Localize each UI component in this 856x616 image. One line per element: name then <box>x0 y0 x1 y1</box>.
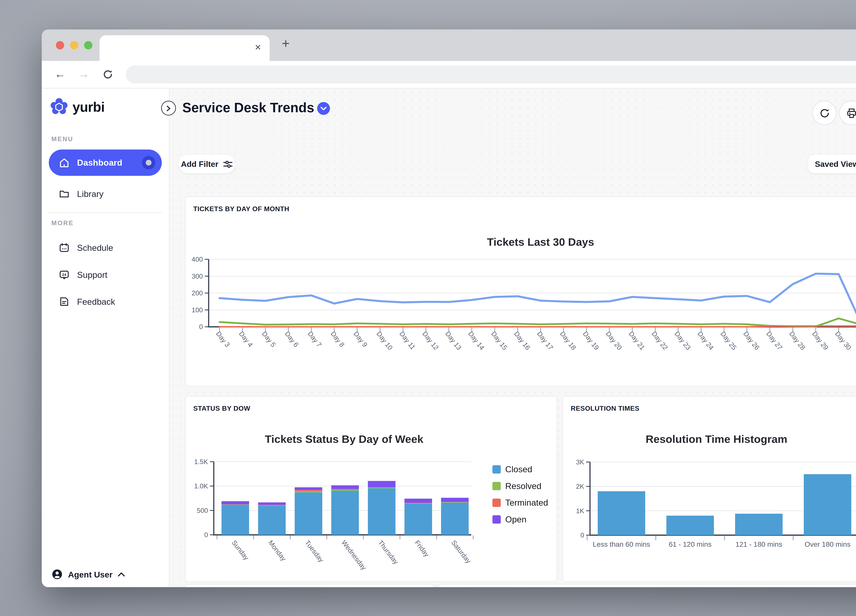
svg-text:Day 30: Day 30 <box>834 330 853 351</box>
svg-text:Day 28: Day 28 <box>788 330 807 351</box>
desktop-background: ✕ + ← → <box>0 0 856 616</box>
card-partial <box>438 584 856 587</box>
window-close-icon[interactable] <box>56 41 64 49</box>
svg-text:Day 14: Day 14 <box>467 330 486 351</box>
svg-text:Day 21: Day 21 <box>627 330 646 351</box>
legend-label: Terminated <box>505 498 548 507</box>
svg-text:0: 0 <box>204 531 208 539</box>
window-minimize-icon[interactable] <box>70 41 79 49</box>
svg-text:0: 0 <box>580 531 584 539</box>
main-content: Service Desk Trends <box>169 89 856 587</box>
legend-item: Terminated <box>493 498 548 507</box>
svg-text:Day 23: Day 23 <box>673 330 692 351</box>
sidebar-section-menu: MENU <box>51 135 73 142</box>
svg-text:Day 13: Day 13 <box>444 330 463 351</box>
svg-text:3K: 3K <box>576 458 584 466</box>
calendar-icon <box>59 242 70 253</box>
legend-swatch <box>493 515 501 524</box>
svg-text:Day 9: Day 9 <box>352 330 369 349</box>
chevron-up-icon <box>118 572 125 577</box>
refresh-icon <box>819 108 830 118</box>
svg-text:24: 24 <box>62 273 66 277</box>
sidebar-collapse-button[interactable] <box>161 101 176 115</box>
svg-text:Day 26: Day 26 <box>742 330 761 351</box>
browser-tab[interactable]: ✕ <box>100 35 269 61</box>
svg-text:Monday: Monday <box>267 539 288 562</box>
legend-item: Resolved <box>493 481 548 491</box>
reload-button[interactable] <box>102 69 114 83</box>
line-chart: 0100200300400Day 3Day 4Day 5Day 6Day 7Da… <box>186 197 856 386</box>
svg-text:Day 20: Day 20 <box>604 330 624 351</box>
saved-views-button[interactable]: Saved Views <box>808 155 856 174</box>
card-tickets-by-day: TICKETS BY DAY OF MONTH Tickets Last 30 … <box>185 197 856 386</box>
forward-button[interactable]: → <box>79 67 89 82</box>
svg-text:61 - 120 mins: 61 - 120 mins <box>669 541 711 548</box>
sidebar-item-label: Support <box>77 270 107 280</box>
brand-name: yurbi <box>72 100 105 115</box>
svg-text:100: 100 <box>192 306 203 313</box>
refresh-dashboard-button[interactable] <box>812 101 837 125</box>
url-input[interactable] <box>126 66 856 83</box>
svg-text:Day 12: Day 12 <box>421 330 440 351</box>
legend-swatch <box>493 482 501 490</box>
sidebar-item-schedule[interactable]: Schedule <box>49 235 162 261</box>
sidebar-item-support[interactable]: 24 Support <box>49 262 162 287</box>
card-partial <box>185 584 434 587</box>
browser-tab-strip: ✕ + <box>42 29 856 61</box>
svg-text:Day 29: Day 29 <box>811 330 830 351</box>
svg-text:Day 8: Day 8 <box>329 330 346 349</box>
support-24-icon: 24 <box>59 269 70 280</box>
svg-text:Day 25: Day 25 <box>719 330 738 351</box>
svg-text:300: 300 <box>192 272 203 280</box>
svg-text:Day 27: Day 27 <box>765 330 784 351</box>
sidebar-item-library[interactable]: Library <box>49 181 162 207</box>
svg-text:500: 500 <box>197 507 208 514</box>
folder-icon <box>59 188 70 200</box>
svg-text:Day 17: Day 17 <box>536 330 555 351</box>
print-button[interactable] <box>839 101 856 125</box>
user-menu[interactable]: Agent User <box>51 568 125 580</box>
svg-text:121 - 180 mins: 121 - 180 mins <box>736 541 782 548</box>
legend-item: Closed <box>493 465 548 474</box>
title-dropdown-badge[interactable] <box>317 102 330 115</box>
legend-label: Resolved <box>505 481 541 491</box>
window-zoom-icon[interactable] <box>84 41 92 49</box>
document-icon <box>59 296 70 307</box>
svg-text:Day 19: Day 19 <box>582 330 600 351</box>
svg-text:Day 24: Day 24 <box>696 330 715 351</box>
page-title: Service Desk Trends <box>182 100 314 115</box>
dashboard-toggle[interactable] <box>142 156 155 169</box>
yurbi-logo-icon <box>49 98 69 117</box>
app-root: yurbi MENU Dashboard Library <box>42 89 856 587</box>
svg-text:Day 16: Day 16 <box>513 330 532 351</box>
card-resolution-times: RESOLUTION TIMES Resolution Time Histogr… <box>562 396 856 582</box>
add-filter-button[interactable]: Add Filter <box>179 155 235 174</box>
svg-text:200: 200 <box>192 289 203 297</box>
sidebar-item-label: Library <box>77 189 103 198</box>
sidebar-divider <box>48 212 162 213</box>
chart-legend: ClosedResolvedTerminatedOpen <box>493 465 548 524</box>
svg-text:1K: 1K <box>576 507 584 515</box>
svg-text:1.5K: 1.5K <box>194 458 208 465</box>
svg-text:Sunday: Sunday <box>231 539 251 561</box>
reload-icon <box>102 69 114 80</box>
card-status-by-dow: STATUS BY DOW Tickets Status By Day of W… <box>185 396 557 582</box>
svg-text:Saturday: Saturday <box>450 539 473 564</box>
sidebar-item-dashboard[interactable]: Dashboard <box>49 149 162 176</box>
svg-text:Wednesday: Wednesday <box>340 539 368 571</box>
printer-icon <box>846 108 856 118</box>
svg-text:Day 10: Day 10 <box>375 330 394 351</box>
new-tab-button[interactable]: + <box>282 36 289 51</box>
svg-text:Day 18: Day 18 <box>559 330 577 351</box>
svg-text:Day 15: Day 15 <box>490 330 509 351</box>
close-tab-icon[interactable]: ✕ <box>255 42 261 54</box>
legend-swatch <box>493 465 501 474</box>
svg-text:400: 400 <box>192 255 203 263</box>
brand-logo: yurbi <box>49 98 105 117</box>
svg-text:Less than 60 mins: Less than 60 mins <box>593 541 650 548</box>
back-button[interactable]: ← <box>55 67 66 82</box>
sidebar-item-feedback[interactable]: Feedback <box>49 289 162 315</box>
svg-text:Day 6: Day 6 <box>283 330 300 349</box>
svg-text:Friday: Friday <box>413 539 431 558</box>
add-filter-label: Add Filter <box>181 160 219 169</box>
